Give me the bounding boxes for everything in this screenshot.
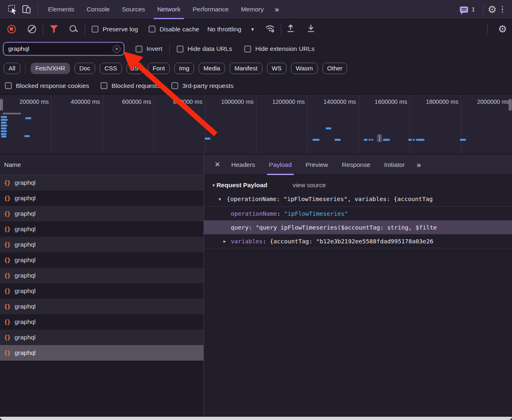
clear-filter-icon[interactable]: ✕ <box>113 45 120 53</box>
request-row[interactable]: {}graphql <box>0 283 203 299</box>
request-row[interactable]: {}graphql <box>0 190 203 206</box>
chip-img[interactable]: Img <box>174 63 194 74</box>
name-column-header-label: Name <box>4 161 21 168</box>
overview-right-grip[interactable] <box>509 99 512 111</box>
waterfall-activity-bar <box>313 139 319 141</box>
chip-wasm[interactable]: Wasm <box>291 63 318 74</box>
chip-js[interactable]: JS <box>127 63 144 74</box>
close-details-icon[interactable]: ✕ <box>210 160 224 169</box>
json-braces-icon: {} <box>4 272 10 279</box>
waterfall-activity-bar <box>416 139 424 141</box>
clear-network-log-button[interactable] <box>28 25 36 33</box>
request-row[interactable]: {}graphql <box>0 237 203 252</box>
details-tab-response[interactable]: Response <box>335 155 377 175</box>
chip-all[interactable]: All <box>4 63 20 74</box>
more-tabs-chevron-icon[interactable]: » <box>270 5 283 14</box>
blocked-requests-checkbox[interactable] <box>101 82 107 89</box>
request-name-label: graphql <box>15 256 36 264</box>
chip-font[interactable]: Font <box>148 63 170 74</box>
request-row-list: {}graphql{}graphql{}graphql{}graphql{}gr… <box>0 175 203 361</box>
request-row[interactable]: {}graphql <box>0 299 203 314</box>
requests-panel: Name {}graphql{}graphql{}graphql{}graphq… <box>0 155 203 417</box>
timeline-gridline <box>103 95 103 154</box>
invert-checkbox[interactable] <box>136 46 142 52</box>
name-column-header[interactable]: Name <box>0 155 203 175</box>
payload-root-object-row[interactable]: ▼ {operationName: "ipFlowTimeseries", va… <box>204 192 512 207</box>
tab-elements[interactable]: Elements <box>42 0 81 19</box>
blocked-response-cookies-checkbox[interactable] <box>5 82 12 89</box>
search-icon[interactable] <box>69 25 78 34</box>
payload-entry-variables[interactable]: ▶variables: {accountTag: "b12e3b2192ee55… <box>204 234 512 248</box>
chip-fetch-xhr[interactable]: Fetch/XHR <box>31 63 70 74</box>
root-collapse-triangle-icon[interactable]: ▼ <box>219 197 221 201</box>
export-har-icon[interactable] <box>306 24 315 35</box>
request-row[interactable]: {}graphql <box>0 345 203 361</box>
chip-media[interactable]: Media <box>199 63 225 74</box>
import-har-icon[interactable] <box>286 24 295 35</box>
request-row[interactable]: {}graphql <box>0 175 203 190</box>
details-tab-preview[interactable]: Preview <box>299 155 335 175</box>
preserve-log-checkbox[interactable] <box>92 26 98 33</box>
payload-key: operationName <box>231 210 277 217</box>
network-filter-input[interactable]: graphql ✕ <box>3 42 124 55</box>
overview-left-grip[interactable] <box>0 99 3 111</box>
request-name-label: graphql <box>15 241 36 248</box>
chip-css[interactable]: CSS <box>100 63 122 74</box>
details-tab-payload[interactable]: Payload <box>262 155 299 175</box>
filter-input-value: graphql <box>8 45 113 52</box>
request-row[interactable]: {}graphql <box>0 330 203 345</box>
hide-extension-urls-checkbox[interactable] <box>244 46 251 52</box>
chip-doc[interactable]: Doc <box>74 63 95 74</box>
tab-network[interactable]: Network <box>151 0 186 19</box>
request-name-label: graphql <box>15 318 36 326</box>
settings-gear-icon[interactable]: ⚙ <box>488 4 497 15</box>
kebab-menu-icon[interactable] <box>497 6 508 13</box>
hide-data-urls-checkbox[interactable] <box>177 46 184 52</box>
view-source-link[interactable]: view source <box>293 182 326 189</box>
request-row[interactable]: {}graphql <box>0 252 203 268</box>
throttling-select[interactable]: No throttling ▼ <box>207 26 254 33</box>
waterfall-activity-bar <box>460 139 466 141</box>
throttling-caret-icon: ▼ <box>250 27 255 32</box>
timeline-tick-label: 200000 ms <box>12 98 49 105</box>
main-tab-list: ElementsConsoleSourcesNetworkPerformance… <box>42 0 270 19</box>
tab-performance[interactable]: Performance <box>186 0 235 19</box>
third-party-requests-label: 3rd-party requests <box>182 82 234 90</box>
details-more-tabs-chevron-icon[interactable]: » <box>412 160 425 169</box>
payload-value: "query ipFlowTimeseries($accountTag: str… <box>256 224 437 231</box>
payload-entry-query[interactable]: query: "query ipFlowTimeseries($accountT… <box>204 221 512 234</box>
timeline-tick-label: 400000 ms <box>63 98 100 105</box>
details-tab-headers[interactable]: Headers <box>224 155 262 175</box>
inspect-element-icon[interactable] <box>6 2 20 16</box>
details-tab-initiator[interactable]: Initiator <box>377 155 412 175</box>
payload-key: query <box>231 224 249 231</box>
disable-cache-checkbox[interactable] <box>149 26 155 33</box>
issues-count[interactable]: 1 <box>471 6 475 13</box>
network-overview-timeline[interactable]: 200000 ms400000 ms600000 ms800000 ms1000… <box>0 95 512 154</box>
issues-message-icon[interactable] <box>460 7 468 13</box>
request-row[interactable]: {}graphql <box>0 268 203 283</box>
blocked-requests-label: Blocked requests <box>112 82 160 90</box>
filter-funnel-icon[interactable] <box>50 25 58 33</box>
request-row[interactable]: {}graphql <box>0 314 203 330</box>
network-settings-gear-icon[interactable]: ⚙ <box>498 24 507 34</box>
chip-other[interactable]: Other <box>322 63 348 74</box>
request-row[interactable]: {}graphql <box>0 221 203 237</box>
chip-manifest[interactable]: Manifest <box>230 63 263 74</box>
request-row[interactable]: {}graphql <box>0 206 203 221</box>
tab-console[interactable]: Console <box>81 0 116 19</box>
request-payload-section-header[interactable]: ▼ Request Payload view source <box>204 175 512 192</box>
tab-sources[interactable]: Sources <box>116 0 151 19</box>
device-toolbar-icon[interactable] <box>20 2 33 16</box>
json-braces-icon: {} <box>4 195 10 201</box>
entry-expand-triangle-icon[interactable]: ▶ <box>223 234 226 248</box>
payload-entry-operationName[interactable]: operationName: "ipFlowTimeseries" <box>204 207 512 221</box>
record-network-log-button[interactable] <box>7 25 16 33</box>
tabbar-divider <box>37 4 38 15</box>
tab-memory[interactable]: Memory <box>235 0 270 19</box>
resource-type-chip-row: AllFetch/XHRDocCSSJSFontImgMediaManifest… <box>0 59 512 77</box>
third-party-requests-checkbox[interactable] <box>171 82 178 89</box>
timeline-tick-label: 1200000 ms <box>268 98 305 105</box>
chip-ws[interactable]: WS <box>267 63 287 74</box>
network-conditions-icon[interactable] <box>265 24 276 35</box>
